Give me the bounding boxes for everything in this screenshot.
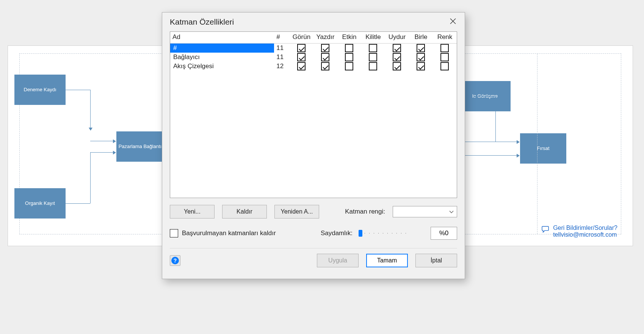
- transparency-value[interactable]: %0: [431, 227, 457, 240]
- col-count[interactable]: #: [274, 32, 290, 44]
- lock-checkbox[interactable]: [369, 53, 377, 61]
- layer-row[interactable]: Bağlayıcı11: [170, 53, 457, 62]
- connector: [473, 96, 495, 97]
- layer-row[interactable]: Akış Çizelgesi12: [170, 62, 457, 71]
- layer-count-cell: 11: [274, 44, 290, 53]
- layer-snap-cell[interactable]: [385, 53, 409, 62]
- apply-button[interactable]: Uygula: [317, 254, 359, 267]
- connector: [495, 96, 496, 142]
- col-lock[interactable]: Kilitle: [361, 32, 385, 44]
- node-organic[interactable]: Organik Kayıt: [14, 188, 66, 219]
- layer-snap-cell[interactable]: [385, 62, 409, 71]
- layer-print-cell[interactable]: [313, 53, 337, 62]
- layer-name-cell[interactable]: #: [170, 44, 274, 53]
- close-icon: [450, 18, 456, 26]
- transparency-slider[interactable]: [359, 229, 408, 238]
- remove-unreferenced-label: Başvurulmayan katmanları kaldır: [182, 229, 276, 237]
- snap-checkbox[interactable]: [393, 44, 401, 52]
- layer-active-cell[interactable]: [337, 53, 361, 62]
- col-name[interactable]: Ad: [170, 32, 274, 44]
- color-checkbox[interactable]: [440, 44, 449, 52]
- layer-print-cell[interactable]: [313, 44, 337, 53]
- node-trial[interactable]: Deneme Kaydı: [14, 75, 66, 105]
- color-checkbox[interactable]: [440, 53, 449, 61]
- connector: [495, 142, 517, 142]
- layer-visible-cell[interactable]: [290, 53, 313, 62]
- layer-glue-cell[interactable]: [409, 62, 433, 71]
- col-print[interactable]: Yazdır: [313, 32, 337, 44]
- node-label: Organik Kayıt: [25, 200, 55, 207]
- col-visible[interactable]: Görün: [290, 32, 313, 44]
- node-marketing[interactable]: Pazarlama Bağlantısı: [116, 131, 168, 162]
- close-button[interactable]: [447, 16, 459, 28]
- help-button[interactable]: ?: [170, 255, 180, 266]
- layer-visible-cell[interactable]: [290, 62, 313, 71]
- active-checkbox[interactable]: [345, 44, 353, 52]
- glue-checkbox[interactable]: [417, 62, 425, 70]
- glue-checkbox[interactable]: [417, 44, 425, 52]
- node-opportunity[interactable]: Fırsat: [520, 133, 566, 164]
- layer-row[interactable]: #11: [170, 44, 457, 53]
- lock-checkbox[interactable]: [369, 44, 377, 52]
- layer-visible-cell[interactable]: [290, 44, 313, 53]
- cancel-button[interactable]: İptal: [415, 254, 457, 267]
- layer-name-cell[interactable]: Bağlayıcı: [170, 53, 274, 62]
- transparency-label: Saydamlık:: [321, 229, 353, 237]
- layer-lock-cell[interactable]: [361, 62, 385, 71]
- snap-checkbox[interactable]: [393, 53, 401, 61]
- connector: [90, 152, 91, 203]
- node-label: Deneme Kaydı: [24, 87, 56, 93]
- layer-name-cell[interactable]: Akış Çizelgesi: [170, 62, 274, 71]
- layer-grid[interactable]: Ad # Görün Yazdır Etkin Kilitle Uydur Bi…: [170, 31, 457, 198]
- snap-checkbox[interactable]: [393, 62, 401, 70]
- feedback-line2: tellvisio@microsoft.com: [553, 231, 617, 238]
- col-color[interactable]: Renk: [433, 32, 457, 44]
- layer-color-cell[interactable]: [433, 53, 457, 62]
- speech-bubble-icon: [542, 225, 550, 234]
- print-checkbox[interactable]: [321, 44, 329, 52]
- layer-snap-cell[interactable]: [385, 44, 409, 53]
- col-active[interactable]: Etkin: [337, 32, 361, 44]
- layer-lock-cell[interactable]: [361, 53, 385, 62]
- layer-glue-cell[interactable]: [409, 53, 433, 62]
- feedback-link[interactable]: Geri Bildirimler/Sorular? tellvisio@micr…: [542, 225, 617, 238]
- layer-color-dropdown[interactable]: [393, 206, 457, 217]
- active-checkbox[interactable]: [345, 53, 353, 61]
- print-checkbox[interactable]: [321, 53, 329, 61]
- layer-active-cell[interactable]: [337, 62, 361, 71]
- visible-checkbox[interactable]: [297, 53, 306, 61]
- layer-lock-cell[interactable]: [361, 44, 385, 53]
- connector: [66, 203, 90, 204]
- remove-unreferenced-checkbox[interactable]: [170, 229, 178, 237]
- help-icon: ?: [171, 257, 179, 264]
- connector: [90, 152, 114, 153]
- node-label: Pazarlama Bağlantısı: [119, 144, 166, 150]
- col-glue[interactable]: Birle: [409, 32, 433, 44]
- connector: [90, 141, 114, 141]
- print-checkbox[interactable]: [321, 62, 329, 70]
- dialog-titlebar: Katman Özellikleri: [162, 12, 465, 31]
- dialog-title: Katman Özellikleri: [170, 17, 234, 27]
- color-checkbox[interactable]: [440, 62, 449, 70]
- col-snap[interactable]: Uydur: [385, 32, 409, 44]
- grid-header-row: Ad # Görün Yazdır Etkin Kilitle Uydur Bi…: [170, 32, 457, 44]
- layer-color-cell[interactable]: [433, 44, 457, 53]
- visible-checkbox[interactable]: [297, 62, 306, 70]
- layer-active-cell[interactable]: [337, 44, 361, 53]
- layer-glue-cell[interactable]: [409, 44, 433, 53]
- new-layer-button[interactable]: Yeni...: [170, 205, 215, 219]
- active-checkbox[interactable]: [345, 62, 353, 70]
- slider-thumb[interactable]: [359, 230, 362, 237]
- layer-print-cell[interactable]: [313, 62, 337, 71]
- remove-layer-button[interactable]: Kaldır: [222, 205, 267, 219]
- ok-button[interactable]: Tamam: [366, 254, 408, 267]
- layer-color-label: Katman rengi:: [345, 208, 385, 215]
- glue-checkbox[interactable]: [417, 53, 425, 61]
- layer-properties-dialog: Katman Özellikleri Ad # Görün: [162, 12, 465, 279]
- layer-color-cell[interactable]: [433, 62, 457, 71]
- rename-layer-button[interactable]: Yeniden A...: [274, 205, 319, 219]
- guide-line: [537, 54, 537, 234]
- visible-checkbox[interactable]: [297, 44, 306, 52]
- layer-count-cell: 11: [274, 53, 290, 62]
- lock-checkbox[interactable]: [369, 62, 377, 70]
